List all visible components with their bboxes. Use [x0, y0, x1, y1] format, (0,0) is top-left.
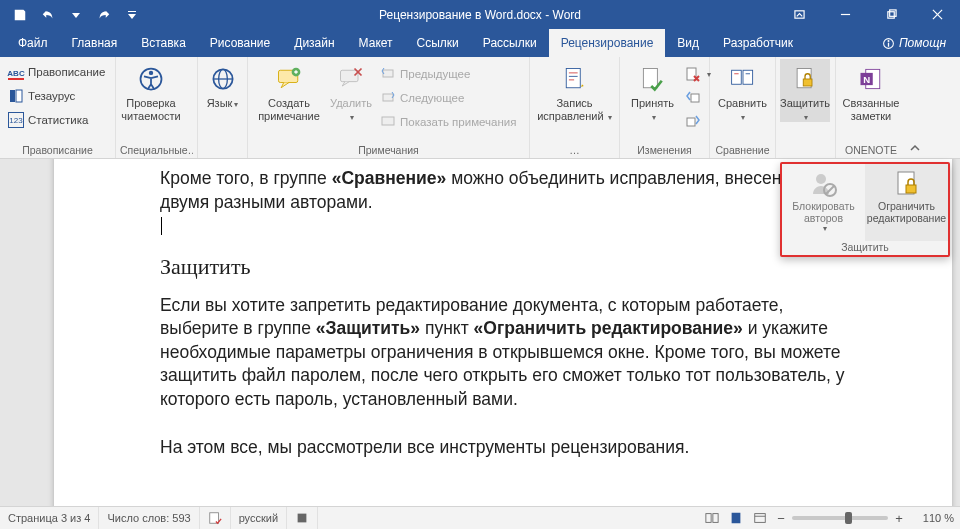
- protect-group-label: Защитить: [782, 241, 948, 255]
- reject-icon: [685, 66, 701, 82]
- quick-access-toolbar: [0, 0, 146, 29]
- qat-customize[interactable]: [118, 0, 146, 29]
- next-change-icon: [685, 114, 701, 130]
- status-page[interactable]: Страница 3 из 4: [0, 507, 99, 529]
- next-comment-button[interactable]: Следующее: [378, 87, 518, 109]
- thesaurus-icon: [8, 88, 24, 104]
- close-button[interactable]: [914, 0, 960, 29]
- svg-rect-28: [643, 69, 657, 88]
- language-button[interactable]: Язык▾: [202, 59, 243, 110]
- chevron-down-icon: ▾: [821, 224, 827, 233]
- svg-rect-29: [687, 68, 696, 80]
- tab-draw[interactable]: Рисование: [198, 29, 282, 57]
- statistics-button[interactable]: 123 Статистика: [6, 109, 107, 131]
- delete-comment-icon: [335, 63, 367, 95]
- save-button[interactable]: [6, 0, 34, 29]
- linked-notes-button[interactable]: N Связанные заметки: [840, 59, 902, 122]
- zoom-slider-thumb[interactable]: [845, 512, 852, 524]
- macro-stop-icon: [295, 511, 309, 525]
- group-label-compare: Сравнение: [714, 144, 771, 158]
- statusbar: Страница 3 из 4 Число слов: 593 русский …: [0, 506, 960, 529]
- tell-me[interactable]: Помощн: [868, 29, 960, 57]
- maximize-button[interactable]: [868, 0, 914, 29]
- compare-icon: [727, 63, 759, 95]
- chevron-down-icon: ▾: [802, 113, 808, 122]
- group-label-accessibility: Специальные…: [120, 144, 193, 158]
- thesaurus-button[interactable]: Тезаурус: [6, 85, 107, 107]
- check-accessibility-button[interactable]: Проверка читаемости: [120, 59, 182, 122]
- compare-button[interactable]: Сравнить▾: [714, 59, 771, 122]
- undo-button[interactable]: [34, 0, 62, 29]
- group-compare: Сравнить▾ Сравнение: [710, 57, 776, 158]
- tab-developer[interactable]: Разработчик: [711, 29, 805, 57]
- protect-button[interactable]: Защитить▾: [780, 59, 830, 122]
- chevron-down-icon: ▾: [604, 113, 612, 122]
- next-change-button[interactable]: [683, 111, 703, 133]
- status-language[interactable]: русский: [231, 507, 287, 529]
- show-comments-icon: [380, 114, 396, 130]
- svg-rect-31: [687, 118, 695, 126]
- block-authors-button: Блокировать авторов ▾: [782, 164, 865, 241]
- view-web-layout[interactable]: [750, 508, 770, 528]
- group-label-onenote: ONENOTE: [840, 144, 902, 158]
- ribbon-tabs: Файл Главная Вставка Рисование Дизайн Ма…: [0, 29, 960, 57]
- view-print-layout[interactable]: [726, 508, 746, 528]
- restrict-editing-button[interactable]: Ограничить редактирование: [865, 164, 948, 241]
- ribbon-display-options-button[interactable]: [776, 0, 822, 29]
- zoom-in-button[interactable]: +: [892, 511, 906, 526]
- accept-button[interactable]: Принять▾: [624, 59, 681, 122]
- zoom-level[interactable]: 110 %: [910, 512, 954, 524]
- chevron-down-icon: ▾: [348, 113, 354, 122]
- previous-icon: [380, 66, 396, 82]
- chevron-down-icon: ▾: [232, 100, 238, 109]
- status-proofing[interactable]: [200, 507, 231, 529]
- tell-me-label: Помощн: [899, 36, 946, 50]
- previous-comment-button[interactable]: Предыдущее: [378, 63, 518, 85]
- svg-rect-9: [10, 90, 15, 102]
- zoom-out-button[interactable]: −: [774, 511, 788, 526]
- reject-button[interactable]: ▾: [683, 63, 703, 85]
- group-tracking: Запись исправлений ▾ …: [530, 57, 620, 158]
- show-comments-button[interactable]: Показать примечания: [378, 111, 518, 133]
- spelling-button[interactable]: ABC Правописание: [6, 61, 107, 83]
- svg-rect-8: [888, 42, 889, 46]
- ribbon: ABC Правописание Тезаурус 123 Статистика…: [0, 57, 960, 159]
- tab-layout[interactable]: Макет: [347, 29, 405, 57]
- tab-file[interactable]: Файл: [6, 29, 60, 57]
- chevron-down-icon: ▾: [650, 113, 656, 122]
- svg-rect-51: [755, 514, 766, 523]
- svg-rect-24: [566, 69, 580, 88]
- svg-rect-3: [889, 10, 895, 16]
- tab-review[interactable]: Рецензирование: [549, 29, 666, 57]
- svg-rect-0: [794, 11, 803, 18]
- paragraph: Кроме того, в группе «Сравнение» можно о…: [160, 167, 864, 238]
- new-comment-button[interactable]: Создать примечание: [252, 59, 326, 122]
- heading-2: Защитить: [160, 252, 864, 282]
- status-macro[interactable]: [287, 507, 318, 529]
- group-label-proofing: Правописание: [4, 144, 111, 158]
- svg-rect-48: [706, 514, 711, 523]
- prev-change-button[interactable]: [683, 87, 703, 109]
- track-changes-button[interactable]: Запись исправлений ▾: [534, 59, 615, 122]
- track-changes-icon: [559, 63, 591, 95]
- tab-mailings[interactable]: Рассылки: [471, 29, 549, 57]
- status-word-count[interactable]: Число слов: 593: [99, 507, 199, 529]
- group-changes: Принять▾ ▾ Изменения: [620, 57, 710, 158]
- chevron-down-icon: ▾: [739, 113, 745, 122]
- minimize-button[interactable]: [822, 0, 868, 29]
- group-label-changes: Изменения: [624, 144, 705, 158]
- group-comments: Создать примечание Удалить▾ Предыдущее С…: [248, 57, 530, 158]
- zoom-slider[interactable]: [792, 516, 888, 520]
- redo-button[interactable]: [90, 0, 118, 29]
- undo-dropdown[interactable]: [62, 0, 90, 29]
- collapse-ribbon-button[interactable]: [906, 57, 924, 158]
- tab-home[interactable]: Главная: [60, 29, 130, 57]
- tab-insert[interactable]: Вставка: [129, 29, 198, 57]
- tab-references[interactable]: Ссылки: [405, 29, 471, 57]
- group-protect: Защитить▾: [776, 57, 836, 158]
- tab-design[interactable]: Дизайн: [282, 29, 346, 57]
- delete-comment-button[interactable]: Удалить▾: [326, 59, 376, 122]
- view-read-mode[interactable]: [702, 508, 722, 528]
- protect-dropdown: Блокировать авторов ▾ Ограничить редакти…: [780, 162, 950, 257]
- tab-view[interactable]: Вид: [665, 29, 711, 57]
